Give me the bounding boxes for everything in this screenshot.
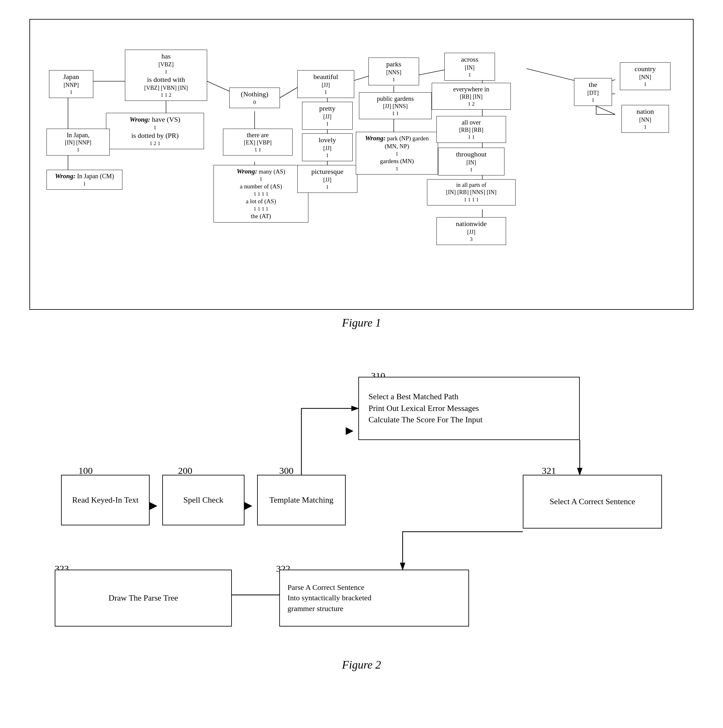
figure2-diagram: 100 200 300 310 321 322 323 Read Keyed-I… [29,342,694,652]
country-box: country [NN] 1 [620,62,671,90]
figure1-label: Figure 1 [25,316,698,329]
wrong-in-japan-box: Wrong: In Japan (CM) 1 [46,170,123,190]
in-japan-box: In Japan, [IN] [NNP] 1 [46,128,110,156]
spell-check-box: Spell Check [162,475,245,525]
select-correct-box: Select A Correct Sentence [523,475,662,529]
picturesque-box: picturesque [JJ] 1 [297,165,357,193]
parks-box: parks [NNS] 1 [368,58,419,86]
arrow-300-310: ▶ [346,424,354,436]
nationwide-box: nationwide [JJ] 3 [437,217,506,245]
figure2-label: Figure 2 [25,658,698,671]
label-200: 200 [178,465,192,476]
read-text-box: Read Keyed-In Text [61,475,150,525]
lovely-box: lovely [JJ] 1 [302,133,353,161]
there-are-box: there are [EX] [VBP] 1 1 [223,128,293,156]
nation-box: nation [NN] 1 [622,105,669,133]
label-300: 300 [279,465,294,476]
throughout-box: throughout [IN] 1 [438,148,504,176]
beautiful-box: beautiful [JJ] 1 [297,70,354,98]
across-box: across [IN] 1 [444,53,495,81]
draw-parse-tree-box: Draw The Parse Tree [55,570,232,627]
nothing-box: (Nothing) 0 [229,87,280,108]
wrong-park-box: Wrong: park (NP) garden (MN, NP) 1 garde… [356,132,438,174]
in-all-parts-box: in all parts of [IN] [RB] [NNS] [IN] 1 1… [427,179,516,205]
wrong-many-box: Wrong: many (AS) 1 a number of (AS) 1 1 … [213,165,308,223]
wrong-have-box: Wrong: have (VS) 1 is dotted by (PR) 1 2… [106,113,204,149]
template-matching-box: Template Matching [257,475,346,525]
arrow-100-200: ▶ [150,499,158,511]
label-100: 100 [78,465,93,476]
pretty-box: pretty [JJ] 1 [302,102,353,130]
parse-correct-box: Parse A Correct Sentence Into syntactica… [279,570,469,627]
figure1-diagram: Japan [NNP] 1 has [VBZ] 1 is dotted with… [29,19,694,310]
the-box: the [DT] 1 [574,78,612,106]
all-over-box: all over [RB] [RB] 1 1 [437,116,506,143]
public-gardens-box: public gardens [JJ] [NNS] 1 1 [359,92,432,119]
arrow-200-300: ▶ [245,499,253,511]
japan-box: Japan [NNP] 1 [49,70,93,98]
has-box: has [VBZ] 1 is dotted with [VBZ] [VBN] [… [125,50,207,101]
everywhere-in-box: everywhere in [RB] [IN] 1 2 [432,83,511,110]
label-321: 321 [542,465,556,476]
select-best-box: Select a Best Matched Path Print Out Lex… [358,377,580,440]
